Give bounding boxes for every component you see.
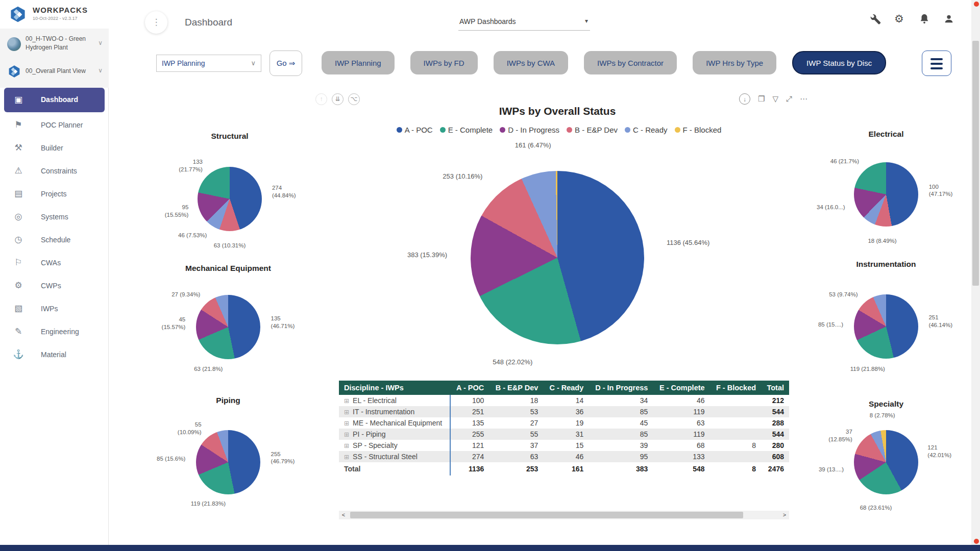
- dashboard-select[interactable]: AWP Dashboards ▾: [458, 13, 590, 31]
- expand-row-icon[interactable]: ⊞: [344, 420, 349, 427]
- expand-row-icon[interactable]: ⊞: [344, 409, 349, 416]
- workpacks-logo-icon: [9, 6, 27, 23]
- sidebar-item-projects[interactable]: ▤Projects: [0, 183, 109, 206]
- sidebar-item-material[interactable]: ⚓Material: [0, 344, 109, 367]
- tab-button-iwps-by-fd[interactable]: IWPs by FD: [410, 51, 478, 74]
- view-select[interactable]: IWP Planning ∨: [156, 55, 261, 72]
- column-header-b-e-p-dev[interactable]: B - E&P Dev: [489, 381, 543, 395]
- drill-up-icon[interactable]: ↑: [315, 93, 327, 105]
- legend-item-b-e-p-dev[interactable]: B - E&P Dev: [567, 126, 618, 134]
- sidebar-item-poc-planner[interactable]: ⚑POC Planner: [0, 114, 109, 137]
- status-count-value: 45: [589, 417, 653, 429]
- sidebar-item-engineering[interactable]: ✎Engineering: [0, 321, 109, 344]
- app-name: WORKPACKS: [33, 6, 88, 14]
- scrollbar-thumb[interactable]: [972, 41, 979, 286]
- gear-icon[interactable]: ⚙: [894, 13, 906, 26]
- column-header-e-complete[interactable]: E - Complete: [653, 381, 709, 395]
- poc-planner-icon: ⚑: [12, 119, 24, 130]
- pie-chart-electrical[interactable]: [854, 162, 918, 227]
- tab-button-iwps-by-cwa[interactable]: IWPs by CWA: [494, 51, 568, 74]
- project-selector-view[interactable]: 00_Overall Plant View ∨: [0, 58, 109, 85]
- scroll-right-icon[interactable]: >: [780, 511, 789, 519]
- legend-label: F - Blocked: [683, 126, 722, 134]
- pie-chart-piping[interactable]: [196, 430, 260, 494]
- pie-chart-structural[interactable]: [198, 167, 262, 231]
- legend-item-e-complete[interactable]: E - Complete: [440, 126, 493, 134]
- drill-mode-icon[interactable]: ↓: [739, 93, 750, 105]
- status-count-value: 53: [489, 406, 543, 417]
- bell-icon[interactable]: [919, 13, 931, 26]
- total-value: 548: [653, 462, 709, 475]
- sidebar-item-cwps[interactable]: ⚙CWPs: [0, 275, 109, 298]
- discipline-label: PI - Piping: [353, 430, 386, 438]
- legend-dot: [675, 127, 680, 133]
- iwps-icon: ▧: [12, 303, 24, 314]
- go-button[interactable]: Go ⇒: [270, 51, 302, 76]
- status-count-value: 85: [589, 429, 653, 440]
- expand-row-icon[interactable]: ⊞: [344, 442, 349, 449]
- total-value: 1136: [450, 462, 489, 475]
- pie-chart-specialty[interactable]: [854, 430, 918, 494]
- pie-label-a-poc: 135 (46.71%): [271, 315, 303, 330]
- expand-row-icon[interactable]: ⊞: [344, 454, 349, 461]
- pie-label-b-e-p-dev: 63 (10.31%): [214, 242, 246, 249]
- user-icon[interactable]: [943, 13, 955, 26]
- sidebar-item-cwas[interactable]: ⚐CWAs: [0, 252, 109, 275]
- filter-icon[interactable]: ▽: [772, 93, 778, 105]
- drill-down-icon[interactable]: ⇊: [332, 93, 344, 105]
- expand-row-icon[interactable]: ⊞: [344, 397, 349, 405]
- tab-button-iwp-hrs-by-type[interactable]: IWP Hrs by Type: [693, 51, 776, 74]
- pie-label-f-blocked: 8 (2.78%): [870, 412, 895, 419]
- discipline-label: IT - Instrumentation: [353, 408, 414, 416]
- legend-item-c-ready[interactable]: C - Ready: [625, 126, 668, 134]
- copy-icon[interactable]: ❐: [758, 93, 765, 105]
- kebab-menu-button[interactable]: ⋮: [145, 11, 167, 34]
- pie-chart-overall[interactable]: [471, 171, 644, 344]
- page-vertical-scrollbar[interactable]: [971, 0, 980, 545]
- table-horizontal-scrollbar[interactable]: < >: [339, 511, 789, 519]
- sidebar-item-dashboard[interactable]: ▣Dashboard: [4, 88, 105, 112]
- sidebar-item-iwps[interactable]: ▧IWPs: [0, 298, 109, 321]
- builder-icon: ⚒: [12, 142, 24, 153]
- hamburger-menu-button[interactable]: [922, 51, 951, 76]
- column-header-a-poc[interactable]: A - POC: [450, 381, 489, 395]
- status-count-value: 19: [543, 417, 589, 429]
- status-count-value: 255: [450, 429, 489, 440]
- sidebar-item-label: Constraints: [41, 167, 77, 175]
- scroll-left-icon[interactable]: <: [339, 511, 348, 519]
- column-header-discipline-iwps[interactable]: Discipline - IWPs: [339, 381, 450, 395]
- legend-item-d-in-progress[interactable]: D - In Progress: [500, 126, 559, 134]
- legend-item-f-blocked[interactable]: F - Blocked: [675, 126, 722, 134]
- sidebar-item-systems[interactable]: ◎Systems: [0, 206, 109, 229]
- sidebar-item-constraints[interactable]: ⚠Constraints: [0, 160, 109, 183]
- tab-button-iwp-planning[interactable]: IWP Planning: [322, 51, 395, 74]
- project-label: 00_H-TWO-O - Green Hydrogen Plant: [26, 35, 92, 53]
- project-selector-plant[interactable]: 00_H-TWO-O - Green Hydrogen Plant ∨: [0, 31, 109, 57]
- status-count-value: 63: [653, 417, 709, 429]
- column-header-d-in-progress[interactable]: D - In Progress: [589, 381, 653, 395]
- pie-label-e-complete: 68 (23.61%): [860, 504, 892, 512]
- sidebar-item-builder[interactable]: ⚒Builder: [0, 137, 109, 160]
- dashboard-tab-buttons: IWP PlanningIWPs by FDIWPs by CWAIWPs by…: [322, 51, 909, 74]
- column-header-f-blocked[interactable]: F - Blocked: [710, 381, 762, 395]
- table-row-pi-piping: ⊞PI - Piping255553185119544: [339, 429, 789, 440]
- status-count-value: [710, 429, 762, 440]
- legend-item-a-poc[interactable]: A - POC: [397, 126, 433, 134]
- scrollbar-thumb[interactable]: [350, 512, 743, 518]
- row-total-value: 544: [761, 429, 789, 440]
- tab-button-iwp-status-by-disc[interactable]: IWP Status by Disc: [792, 51, 886, 74]
- column-header-total[interactable]: Total: [761, 381, 789, 395]
- status-count-value: [710, 451, 762, 462]
- expand-row-icon[interactable]: ⊞: [344, 431, 349, 438]
- pie-electrical: Electrical100 (47.17%)18 (8.49%)34 (16.0…: [804, 130, 968, 234]
- wrench-icon[interactable]: [870, 13, 882, 26]
- column-header-c-ready[interactable]: C - Ready: [543, 381, 589, 395]
- pie-chart-mechanical_equipment[interactable]: [196, 295, 260, 359]
- sidebar-item-schedule[interactable]: ◷Schedule: [0, 229, 109, 252]
- table-row-me-mechanical-equipment: ⊞ME - Mechanical Equipment13527194563288: [339, 417, 789, 429]
- more-options-icon[interactable]: ⋯: [800, 93, 807, 105]
- expand-hierarchy-icon[interactable]: ⌥: [348, 93, 360, 105]
- pie-chart-instrumentation[interactable]: [854, 294, 918, 359]
- tab-button-iwps-by-contractor[interactable]: IWPs by Contractor: [584, 51, 677, 74]
- focus-mode-icon[interactable]: ⤢: [786, 93, 792, 105]
